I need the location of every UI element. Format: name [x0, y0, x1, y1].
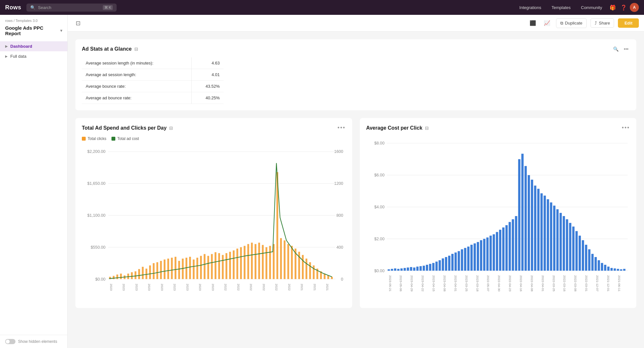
share-label: Share: [599, 21, 610, 25]
svg-rect-115: [419, 266, 422, 271]
svg-text:2021-06-11: 2021-06-11: [313, 283, 317, 290]
svg-rect-130: [467, 247, 469, 271]
title-dropdown-icon[interactable]: ▾: [60, 28, 62, 33]
sidebar-item-fulldata[interactable]: ▶ Full data: [0, 51, 67, 61]
edit-button[interactable]: Edit: [618, 18, 639, 28]
section-actions: 🔍 •••: [612, 46, 630, 52]
svg-text:2022-04-08: 2022-04-08: [530, 275, 533, 292]
svg-text:800: 800: [336, 213, 343, 218]
svg-rect-124: [448, 256, 450, 271]
svg-rect-45: [218, 253, 220, 279]
brand-logo[interactable]: Rows: [5, 4, 21, 11]
ad-stats-section: Ad Stats at a Glance ⊟ 🔍 ••• Average ses…: [75, 39, 636, 110]
legend-clicks: Total clicks: [82, 136, 106, 141]
svg-text:0: 0: [341, 277, 343, 282]
svg-text:$1,650.00: $1,650.00: [87, 181, 105, 186]
legend-clicks-label: Total clicks: [88, 136, 106, 141]
help-icon[interactable]: ❓: [619, 3, 629, 12]
svg-rect-43: [211, 254, 213, 279]
svg-rect-137: [489, 236, 492, 271]
avatar[interactable]: A: [630, 3, 639, 12]
svg-rect-112: [410, 267, 412, 271]
svg-rect-41: [204, 254, 206, 279]
duplicate-button[interactable]: ⧉ Duplicate: [556, 18, 587, 28]
svg-text:2023-05-06: 2023-05-06: [399, 275, 403, 292]
svg-rect-56: [258, 243, 260, 279]
svg-rect-118: [429, 264, 431, 271]
duplicate-label: Duplicate: [565, 21, 582, 25]
breadcrumb: rows / Templates 3.0: [0, 15, 67, 24]
integrations-link[interactable]: Integrations: [515, 3, 546, 12]
content-area: Ad Stats at a Glance ⊟ 🔍 ••• Average ses…: [68, 32, 644, 316]
legend-cost-label: Total ad cost: [117, 136, 139, 141]
svg-text:$6.00: $6.00: [374, 173, 384, 177]
svg-rect-47: [226, 253, 227, 279]
svg-rect-155: [547, 199, 549, 271]
svg-rect-50: [236, 249, 238, 279]
svg-rect-65: [291, 246, 293, 279]
svg-rect-76: [331, 277, 333, 279]
svg-rect-174: [607, 267, 609, 271]
legend-cost: Total ad cost: [111, 136, 139, 141]
svg-rect-54: [251, 243, 253, 279]
more-options-btn[interactable]: •••: [622, 124, 630, 131]
templates-link[interactable]: Templates: [547, 3, 575, 12]
search-shortcut: ⌘ K: [103, 5, 113, 10]
svg-rect-51: [240, 247, 242, 279]
svg-rect-138: [493, 234, 495, 271]
more-action-btn[interactable]: •••: [622, 46, 630, 52]
stats-table: Average session length (in minutes):4.63…: [82, 57, 224, 104]
hidden-toggle[interactable]: [5, 339, 15, 344]
legend-clicks-dot: [82, 137, 86, 141]
info-icon[interactable]: ⊟: [169, 125, 173, 131]
sidebar-item-dashboard[interactable]: ▶ Dashboard: [0, 41, 67, 51]
analytics-icon[interactable]: 📈: [542, 18, 552, 28]
more-options-btn[interactable]: •••: [338, 124, 346, 131]
presentation-icon[interactable]: ⬛: [528, 18, 538, 28]
svg-text:2023-04-15: 2023-04-15: [432, 275, 436, 292]
svg-rect-29: [160, 261, 162, 279]
svg-rect-106: [391, 269, 393, 271]
svg-rect-46: [222, 255, 224, 279]
info-icon[interactable]: ⊟: [425, 125, 429, 131]
info-icon[interactable]: ⊟: [134, 46, 138, 52]
svg-text:$0.00: $0.00: [95, 277, 106, 282]
svg-rect-69: [305, 259, 307, 279]
svg-rect-153: [540, 193, 543, 271]
share-button[interactable]: ⤴ Share: [591, 18, 614, 28]
svg-rect-62: [280, 238, 282, 279]
svg-rect-154: [543, 195, 546, 271]
stats-label: Average ad session length:: [82, 69, 191, 81]
svg-rect-127: [457, 251, 460, 271]
stats-table-row: Average ad session length:4.01: [82, 69, 224, 81]
sidebar-footer: Show hidden elements: [0, 335, 67, 348]
svg-text:$8.00: $8.00: [374, 141, 384, 145]
svg-rect-161: [566, 219, 568, 271]
svg-rect-23: [138, 269, 140, 279]
community-link[interactable]: Community: [576, 3, 607, 12]
svg-rect-120: [435, 262, 437, 271]
svg-rect-59: [269, 246, 271, 279]
svg-rect-49: [233, 250, 235, 279]
gift-icon[interactable]: 🎁: [608, 3, 618, 12]
svg-text:2022-05-07: 2022-05-07: [486, 275, 490, 291]
svg-text:2023-04-29: 2023-04-29: [410, 275, 414, 292]
search-action-btn[interactable]: 🔍: [612, 46, 620, 52]
svg-text:2022-04-23: 2022-04-23: [508, 275, 512, 292]
svg-rect-145: [515, 216, 517, 271]
svg-rect-38: [193, 260, 195, 279]
search-bar[interactable]: 🔍 Search ⌘ K: [26, 4, 117, 12]
stats-label: Average ad bounce rate:: [82, 92, 191, 104]
duplicate-icon: ⧉: [560, 21, 563, 26]
svg-rect-156: [550, 203, 552, 271]
svg-text:2023-04-08: 2023-04-08: [173, 283, 177, 290]
chart-right-title: Average Cost per Click: [366, 125, 423, 131]
svg-text:2023-04-22: 2023-04-22: [421, 275, 425, 291]
svg-rect-18: [120, 273, 122, 279]
svg-rect-168: [588, 249, 590, 271]
svg-rect-32: [171, 258, 173, 279]
sidebar-toggle-button[interactable]: ⊡: [73, 18, 83, 28]
svg-text:400: 400: [336, 245, 343, 250]
svg-text:2022-01-12: 2022-01-12: [275, 283, 278, 290]
svg-rect-165: [579, 236, 581, 271]
